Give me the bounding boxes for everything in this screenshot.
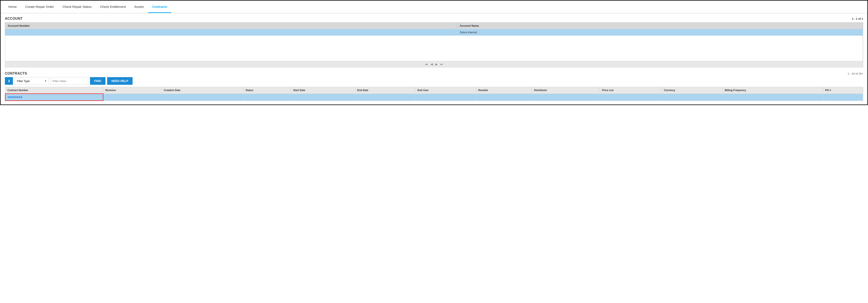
- contract-reseller-cell: [476, 94, 532, 101]
- account-table-row[interactable]: Zebra Internal: [5, 29, 863, 36]
- main-content: ACCOUNT 1 - 1 of 1 Account Number Accoun…: [1, 13, 867, 104]
- billing-frequency-col-header: Billing Frequency: [722, 87, 823, 94]
- find-button[interactable]: FIND: [90, 77, 105, 85]
- contract-revision-cell: [103, 94, 162, 101]
- download-button[interactable]: ⬇: [5, 77, 13, 85]
- contract-creation-date-cell: [162, 94, 243, 101]
- need-help-button[interactable]: NEED HELP: [107, 77, 132, 85]
- end-date-col-header: End Date: [355, 87, 415, 94]
- end-user-col-header: End User: [415, 87, 476, 94]
- nav-item-home[interactable]: Home: [4, 1, 21, 13]
- currency-col-header: Currency: [662, 87, 722, 94]
- po-number-col-header: PO #: [823, 87, 863, 94]
- contracts-table: Contract Number Revision Creation Date S…: [5, 87, 863, 101]
- filter-type-wrapper: Filter Type: [14, 77, 49, 85]
- contracts-section-count: 1 - 10 of 10+: [848, 72, 863, 75]
- account-section-title: ACCOUNT: [5, 17, 23, 21]
- status-col-header: Status: [243, 87, 291, 94]
- download-icon: ⬇: [8, 79, 10, 83]
- nav-item-create-repair-order[interactable]: Create Repair Order: [21, 1, 58, 13]
- account-name-cell: Zebra Internal: [457, 29, 863, 36]
- account-number-cell: [5, 29, 457, 36]
- filter-value-input[interactable]: [50, 77, 88, 85]
- contract-end-date-cell: [355, 94, 415, 101]
- account-last-page-btn[interactable]: ⏭: [440, 62, 443, 66]
- contracts-section-header: CONTRACTS 1 - 10 of 10+: [5, 71, 863, 75]
- start-date-col-header: Start Date: [291, 87, 355, 94]
- contracts-section-title: CONTRACTS: [5, 71, 27, 75]
- contract-price-list-cell: [600, 94, 662, 101]
- account-section-count: 1 - 1 of 1: [852, 17, 863, 20]
- contracts-toolbar: ⬇ Filter Type FIND NEED HELP: [5, 77, 863, 85]
- contract-end-user-cell: [415, 94, 476, 101]
- account-number-col-header: Account Number: [5, 23, 457, 29]
- account-table-wrapper: Account Number Account Name Zebra Intern…: [5, 22, 863, 67]
- contract-currency-cell: [662, 94, 722, 101]
- contract-start-date-cell: [291, 94, 355, 101]
- account-section-header: ACCOUNT 1 - 1 of 1: [5, 17, 863, 21]
- nav-item-assets[interactable]: Assets: [130, 1, 148, 13]
- nav-item-check-repair-status[interactable]: Check Repair Status: [58, 1, 96, 13]
- account-table: Account Number Account Name Zebra Intern…: [5, 23, 863, 61]
- account-prev-page-btn[interactable]: ◀: [431, 62, 433, 66]
- account-table-empty-row: [5, 36, 863, 61]
- nav-item-check-entitlement[interactable]: Check Entitlement: [96, 1, 130, 13]
- account-pagination-bar: ⏮ ◀ ▶ ⏭: [5, 61, 863, 67]
- contract-distributor-cell: [532, 94, 600, 101]
- contract-po-number-cell: [823, 94, 863, 101]
- creation-date-col-header: Creation Date: [162, 87, 243, 94]
- contracts-table-wrapper: Contract Number Revision Creation Date S…: [5, 87, 863, 101]
- contract-table-row[interactable]: XXXXXXXX: [5, 94, 863, 101]
- contract-number-col-header: Contract Number: [5, 87, 103, 94]
- filter-type-select[interactable]: Filter Type: [14, 77, 49, 85]
- revision-col-header: Revision: [103, 87, 162, 94]
- contract-number-cell[interactable]: XXXXXXXX: [5, 94, 103, 101]
- nav-item-contracts[interactable]: Contracts: [148, 1, 171, 13]
- account-name-col-header: Account Name: [457, 23, 863, 29]
- contract-status-cell: [243, 94, 291, 101]
- account-next-page-btn[interactable]: ▶: [435, 62, 438, 66]
- price-list-col-header: Price List: [600, 87, 662, 94]
- contract-billing-frequency-cell: [722, 94, 823, 101]
- distributor-col-header: Distributor: [532, 87, 600, 94]
- reseller-col-header: Reseller: [476, 87, 532, 94]
- nav-bar: HomeCreate Repair OrderCheck Repair Stat…: [1, 1, 867, 13]
- account-first-page-btn[interactable]: ⏮: [425, 62, 428, 66]
